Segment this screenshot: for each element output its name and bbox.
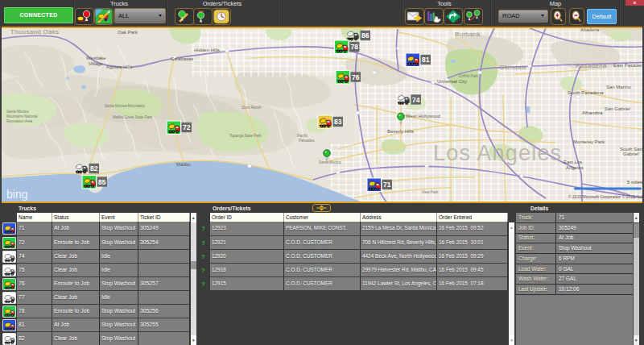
svg-text:Thousand Oaks: Thousand Oaks [10,28,59,35]
svg-text:Santa Monica Mountains: Santa Monica Mountains [105,104,145,108]
svg-text:Pacific: Pacific [297,134,308,138]
svg-text:Pasadena: Pasadena [576,62,607,69]
svg-text:Glendale: Glendale [499,64,527,71]
svg-text:Santa Monica: Santa Monica [319,160,341,164]
svg-text:5 miles: 5 miles [627,180,642,185]
svg-text:76: 76 [352,73,360,81]
svg-text:Stunt Ranch: Stunt Ranch [242,106,262,110]
svg-text:71: 71 [383,181,391,189]
svg-text:East Los: East Los [564,160,582,164]
svg-text:South Pasadena: South Pasadena [568,90,604,95]
svg-text:Los Angeles: Los Angeles [433,141,562,165]
svg-text:West Hollywood: West Hollywood [406,114,440,118]
svg-text:Westlake: Westlake [86,56,106,60]
svg-text:San Marino: San Marino [606,85,631,89]
svg-text:Palisades: Palisades [299,139,315,143]
svg-text:Hidden Hills: Hidden Hills [194,48,220,52]
svg-text:78: 78 [350,43,358,51]
svg-text:74: 74 [412,96,420,104]
svg-text:East Pasadena: East Pasadena [613,63,642,68]
svg-text:Beverly Hills: Beverly Hills [387,129,414,134]
svg-text:Malibu: Malibu [176,162,191,167]
svg-text:83: 83 [334,118,342,126]
svg-text:Recreation Area: Recreation Area [6,119,33,123]
svg-text:San Gabriel: San Gabriel [605,106,630,111]
svg-text:Santa Monica: Santa Monica [6,110,29,114]
svg-text:85: 85 [98,178,106,186]
svg-text:Malibu Creek State Park: Malibu Creek State Park [113,115,153,119]
svg-text:82: 82 [90,164,98,172]
svg-text:Agoura Hills: Agoura Hills [106,64,132,69]
svg-text:Universal City: Universal City [437,79,467,84]
svg-text:Oak Park: Oak Park [118,30,138,35]
svg-text:Burbank: Burbank [455,31,481,38]
svg-text:81: 81 [422,56,430,64]
svg-text:Alhambra: Alhambra [582,110,603,115]
svg-text:Calabasas: Calabasas [171,56,193,61]
svg-text:Gabriel: Gabriel [623,152,638,156]
svg-text:72: 72 [183,123,191,131]
svg-text:bing: bing [6,188,27,201]
svg-text:86: 86 [361,31,369,39]
svg-text:Topanga State Park: Topanga State Park [229,134,262,138]
svg-text:Monterey Park: Monterey Park [573,139,605,144]
svg-text:Griffith Park: Griffith Park [459,74,478,78]
svg-text:© 2015 Microsoft Corporation: © 2015 Microsoft Corporation © 2015 Noki… [568,194,642,199]
svg-text:Mountains National: Mountains National [6,114,38,118]
svg-text:Angeles: Angeles [566,165,584,170]
svg-text:View Park: View Park [422,190,439,194]
svg-text:Village: Village [89,61,104,66]
